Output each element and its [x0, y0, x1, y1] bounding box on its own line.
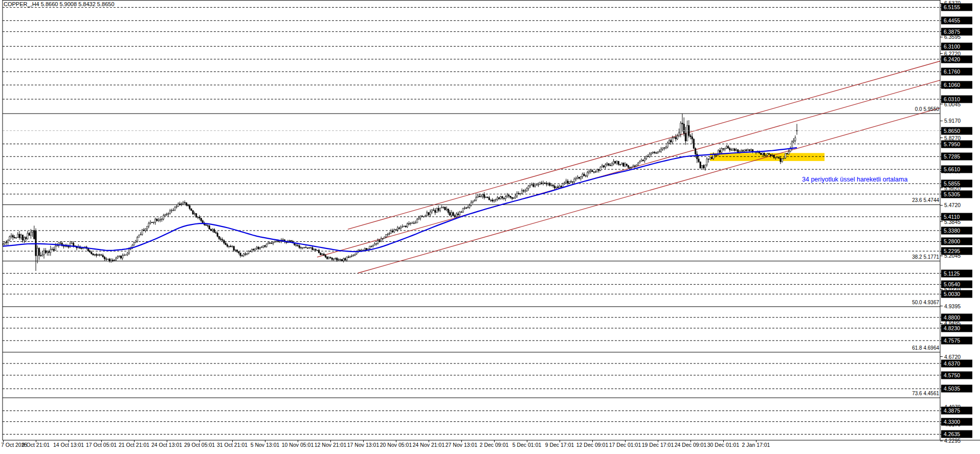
chart-frame — [3, 0, 980, 440]
ema-line[interactable] — [3, 148, 797, 252]
price-chart-canvas[interactable] — [0, 0, 980, 454]
candlesticks — [3, 114, 797, 271]
chart-window: COPPER_,H4 5.8660 5.9008 5.8432 5.8650 3… — [0, 0, 980, 454]
horizontal-level-lines[interactable] — [3, 7, 940, 434]
